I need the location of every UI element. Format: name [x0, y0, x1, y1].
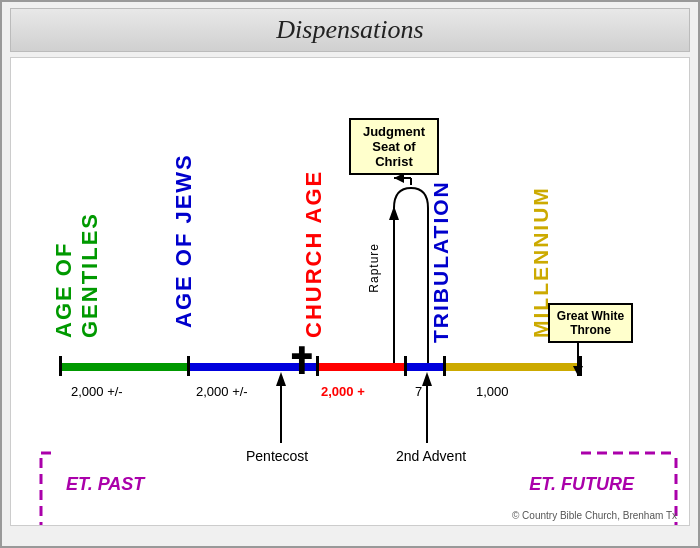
- second-advent-label: 2nd Advent: [396, 448, 466, 464]
- svg-marker-18: [573, 366, 583, 376]
- svg-marker-22: [422, 372, 432, 386]
- svg-rect-2: [317, 363, 405, 371]
- svg-rect-3: [405, 363, 445, 371]
- pentecost-label: Pentecost: [246, 448, 308, 464]
- svg-rect-10: [579, 356, 582, 376]
- tribulation-label: TRIBULATION: [429, 128, 453, 343]
- great-white-throne-box: Great White Throne: [548, 303, 633, 343]
- svg-rect-6: [187, 356, 190, 376]
- cross-symbol: ✝: [286, 341, 316, 383]
- age-jews-label: AGE OF JEWS: [171, 128, 197, 328]
- title-bar: Dispensations: [10, 8, 690, 52]
- eternity-future-label: ET. FUTURE: [529, 474, 634, 495]
- rapture-label: Rapture: [367, 243, 381, 293]
- svg-rect-5: [59, 356, 62, 376]
- copyright-label: © Country Bible Church, Brenham Tx: [512, 510, 677, 521]
- eternity-past-label: ET. PAST: [66, 474, 144, 495]
- svg-rect-0: [61, 363, 189, 371]
- main-container: Dispensations Judgment Seat of Christ Gr…: [0, 0, 700, 548]
- time-tribulation: 7: [415, 384, 422, 399]
- time-gentiles: 2,000 +/-: [71, 384, 123, 399]
- svg-rect-8: [404, 356, 407, 376]
- millennium-label: MILLENNIUM: [529, 148, 553, 338]
- judgment-seat-box: Judgment Seat of Christ: [349, 118, 439, 175]
- svg-rect-9: [443, 356, 446, 376]
- svg-rect-4: [445, 363, 581, 371]
- church-age-label: CHURCH AGE: [301, 138, 327, 338]
- svg-marker-13: [389, 206, 399, 220]
- time-millennium: 1,000: [476, 384, 509, 399]
- time-jews: 2,000 +/-: [196, 384, 248, 399]
- content-area: Judgment Seat of Christ Great White Thro…: [10, 57, 690, 526]
- page-title: Dispensations: [276, 15, 423, 44]
- time-church: 2,000 +: [321, 384, 365, 399]
- age-gentiles-label: AGE OF GENTILES: [51, 138, 103, 338]
- svg-marker-20: [276, 372, 286, 386]
- svg-rect-7: [316, 356, 319, 376]
